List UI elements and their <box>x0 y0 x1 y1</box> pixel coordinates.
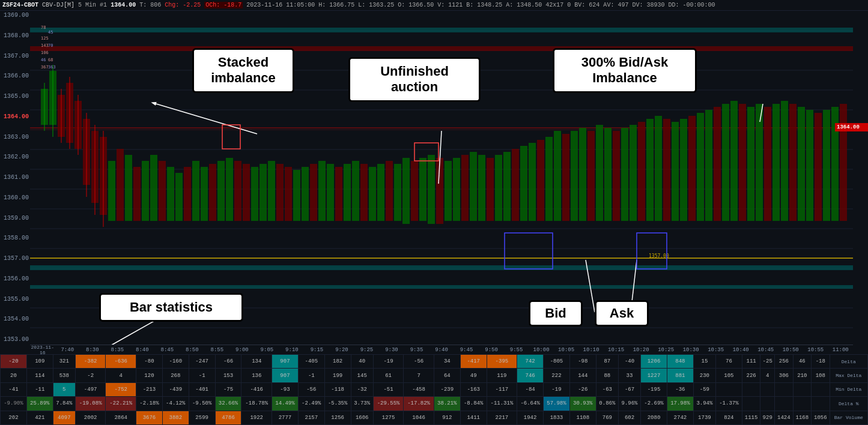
time-label-1030: 10:30 <box>678 347 703 353</box>
mindelta-cell-5: -752 <box>106 382 136 396</box>
barvol-cell-4: 2002 <box>75 411 106 424</box>
time-label-1055: 10:55 <box>803 347 828 353</box>
mindelta-cell-33 <box>812 382 830 396</box>
bid-text: Bid <box>539 306 572 321</box>
barvol-cell-9: 4786 <box>215 411 241 424</box>
svg-rect-67 <box>344 164 351 221</box>
delta-cell-3: 321 <box>53 355 75 369</box>
current-price-value: 1364.00 <box>837 124 860 130</box>
mindelta-cell-32 <box>793 382 811 396</box>
deltapct-cell-4: -19.08% <box>75 397 106 411</box>
maxdelta-cell-12: -1 <box>298 369 324 382</box>
maxdelta-cell-22: 144 <box>569 369 596 382</box>
svg-rect-86 <box>503 152 511 221</box>
time-label-940: 9:40 <box>429 347 454 353</box>
delta-cell-6: -80 <box>136 355 163 369</box>
svg-text:78: 78 <box>41 25 46 30</box>
svg-rect-148 <box>637 233 667 269</box>
ochg-display: OCh: -18.7 <box>204 2 243 8</box>
svg-rect-92 <box>554 131 561 221</box>
mindelta-cell-12: -56 <box>298 382 324 396</box>
svg-rect-48 <box>184 167 191 221</box>
time-label-1010: 10:10 <box>578 347 604 353</box>
svg-rect-46 <box>167 167 174 221</box>
svg-rect-43 <box>142 161 149 221</box>
header-symbol-text: ZSF24-CBOT CBV-DJ[M] 5 Min #1 1364.00 T:… <box>0 2 715 8</box>
unfinished-auction-box: Unfinished auction <box>348 57 481 102</box>
deltapct-cell-12: -2.49% <box>298 397 324 411</box>
mindelta-row-label: Min Delta <box>830 382 867 396</box>
maxdelta-cell-27: 230 <box>693 369 715 382</box>
mindelta-cell-20: -84 <box>517 382 544 396</box>
svg-rect-108 <box>688 116 696 221</box>
maxdelta-cell-3: 538 <box>53 369 75 382</box>
time-label-1045: 10:45 <box>753 347 778 353</box>
mindelta-cell-7: -439 <box>162 382 189 396</box>
deltapct-cell-19: -11.31% <box>487 397 517 411</box>
time-label-830: 8:30 <box>80 347 105 353</box>
maxdelta-cell-7: 268 <box>162 369 189 382</box>
svg-rect-90 <box>537 140 544 221</box>
mindelta-cell-1: -41 <box>1 382 27 396</box>
svg-rect-54 <box>234 161 241 221</box>
svg-text:363: 363 <box>48 65 56 70</box>
unfinished-auction-line1: Unfinished <box>357 64 472 79</box>
svg-rect-72 <box>386 161 393 221</box>
deltapct-cell-22: 30.93% <box>569 397 596 411</box>
svg-rect-64 <box>318 161 326 221</box>
ohlcv-values: H: 1366.75 L: 1363.25 O: 1366.50 V: 1121… <box>318 2 715 8</box>
barvol-cell-25: 2080 <box>641 411 667 424</box>
barvol-cell-10: 1922 <box>241 411 272 424</box>
bottom-stats-panel: -20 109 321 -382 -636 -80 -160 -247 -66 … <box>0 354 868 425</box>
mindelta-cell-29 <box>742 382 760 396</box>
barvol-cell-19: 2217 <box>487 411 517 424</box>
barvol-cell-7: 3882 <box>162 411 189 424</box>
delta-cell-29: 111 <box>742 355 760 369</box>
deltapct-cell-24: 9.96% <box>618 397 640 411</box>
svg-rect-111 <box>714 107 721 221</box>
delta-cell-23: 87 <box>596 355 618 369</box>
delta-pct-row: -9.90% 25.89% 7.84% -19.08% -22.21% -2.1… <box>1 397 868 411</box>
barvol-cell-23: 769 <box>596 411 618 424</box>
time-label-920: 9:20 <box>329 347 354 353</box>
delta-cell-11: 907 <box>272 355 299 369</box>
svg-text:106: 106 <box>41 50 49 55</box>
time-label-905: 9:05 <box>255 347 280 353</box>
price-level-1354: 1354.00 <box>1 316 29 323</box>
svg-rect-85 <box>495 155 502 221</box>
svg-rect-79 <box>445 161 452 221</box>
bid-ask-imbalance-text: 300% Bid/Ask Imbalance <box>562 55 688 86</box>
indicator-label: CBV-DJ[M] <box>42 2 74 8</box>
deltapct-cell-9: 32.66% <box>215 397 241 411</box>
delta-cell-8: -247 <box>189 355 215 369</box>
delta-row: -20 109 321 -382 -636 -80 -160 -247 -66 … <box>1 355 868 369</box>
maxdelta-cell-20: 746 <box>517 369 544 382</box>
price-level-1357: 1357.00 <box>1 255 29 262</box>
deltapct-cell-7: -4.12% <box>162 397 189 411</box>
maxdelta-cell-13: 199 <box>324 369 351 382</box>
svg-rect-115 <box>747 107 754 221</box>
svg-rect-84 <box>487 158 494 221</box>
svg-rect-66 <box>335 167 342 221</box>
svg-rect-44 <box>150 155 157 221</box>
delta-cell-19: -395 <box>487 355 517 369</box>
barvol-cell-17: 912 <box>434 411 460 424</box>
svg-rect-40 <box>117 149 124 221</box>
deltapct-cell-14: 3.73% <box>351 397 373 411</box>
svg-rect-107 <box>680 119 687 221</box>
svg-rect-81 <box>461 155 469 221</box>
delta-cell-26: 848 <box>667 355 693 369</box>
svg-text:367: 367 <box>41 65 49 70</box>
svg-rect-113 <box>730 101 738 221</box>
svg-rect-89 <box>529 143 536 221</box>
mindelta-cell-30 <box>760 382 775 396</box>
stacked-imbalance-box: Stacked imbalance <box>192 48 294 93</box>
price-level-1363: 1363.00 <box>1 134 29 141</box>
barvol-cell-16: 1046 <box>404 411 434 424</box>
price-level-1364: 1364.00 <box>1 113 29 121</box>
svg-rect-19 <box>30 285 853 289</box>
svg-rect-17 <box>30 28 853 32</box>
svg-rect-39 <box>108 161 115 221</box>
chart-container: ZSF24-CBOT CBV-DJ[M] 5 Min #1 1364.00 T:… <box>0 0 868 425</box>
price-level-1369: 1369.00 <box>1 12 29 19</box>
